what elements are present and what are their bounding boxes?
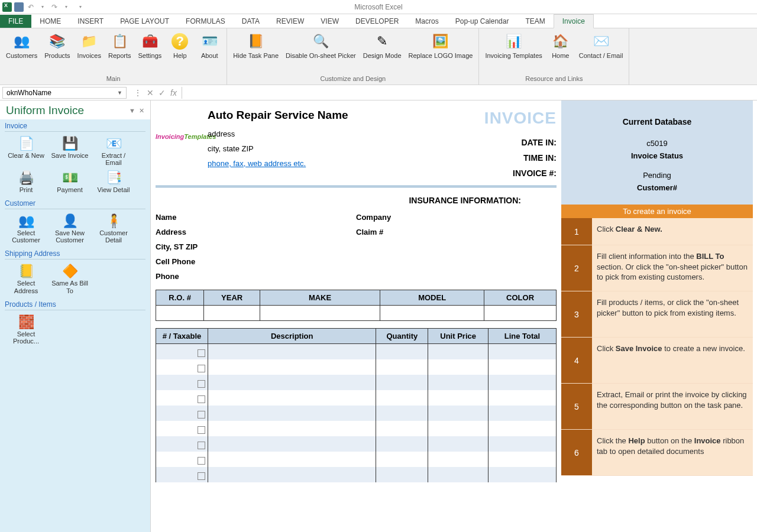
checkbox[interactable]: [198, 472, 205, 480]
save-new-customer-button[interactable]: 👤Save New Customer: [48, 212, 91, 245]
help-button[interactable]: ?Help: [166, 31, 193, 72]
table-row[interactable]: [156, 390, 557, 406]
formula-input[interactable]: [182, 87, 757, 99]
task-pane: Uniform Invoice ▼ ✕ Invoice 📄Clear & New…: [0, 100, 151, 532]
enter-icon[interactable]: ✓: [158, 88, 166, 98]
select-product-button[interactable]: 🧱Select Produc...: [5, 313, 47, 346]
db-code: c5019: [567, 137, 747, 150]
tab-popup-calendar[interactable]: Pop-up Calendar: [447, 15, 517, 28]
checkbox[interactable]: [198, 457, 205, 465]
logo-image: InvoicingTemplates: [156, 122, 203, 151]
fx-icon[interactable]: fx: [170, 88, 177, 98]
step-text: Extract, Email or print the invoice by c…: [592, 384, 753, 429]
taskpane-header: Uniform Invoice ▼ ✕: [0, 100, 150, 119]
table-row[interactable]: [156, 306, 557, 321]
checkbox[interactable]: [198, 442, 205, 449]
disable-picker-button[interactable]: 🔍Disable On-sheet Picker: [283, 31, 358, 72]
checkbox[interactable]: [198, 380, 205, 388]
chevron-down-icon[interactable]: ▼: [117, 90, 122, 96]
table-row[interactable]: [156, 467, 557, 482]
close-icon[interactable]: ✕: [139, 107, 144, 115]
company-name[interactable]: Auto Repair Service Name: [208, 109, 348, 122]
redo-dropdown-icon[interactable]: ▾: [62, 2, 71, 12]
table-row[interactable]: [156, 452, 557, 467]
tab-formulas[interactable]: FORMULAS: [177, 15, 234, 28]
home-icon: 🏠: [551, 32, 570, 51]
table-row[interactable]: [156, 344, 557, 359]
table-row[interactable]: [156, 375, 557, 390]
select-address-button[interactable]: 📒Select Address: [5, 262, 47, 295]
ribbon-group-resource: 📊Invoicing Templates 🏠Home ✉️Contact / E…: [479, 28, 629, 85]
checkbox[interactable]: [198, 395, 205, 403]
invoices-button[interactable]: 📁Invoices: [75, 31, 103, 72]
undo-icon[interactable]: ↶: [26, 2, 35, 12]
taskpane-menu-icon[interactable]: ▼: [129, 107, 135, 115]
about-button[interactable]: 🪪About: [196, 31, 223, 72]
qat-customize-icon[interactable]: ▾: [76, 2, 85, 12]
replace-logo-button[interactable]: 🖼️Replace LOGO Image: [406, 31, 475, 72]
payment-button[interactable]: 💵Payment: [48, 168, 91, 194]
tab-invoice[interactable]: Invoice: [554, 14, 594, 28]
cust-claim-label: Claim #: [356, 225, 557, 239]
select-customer-button[interactable]: 👥Select Customer: [5, 212, 47, 245]
reports-button[interactable]: 📋Reports: [106, 31, 134, 72]
undo-dropdown-icon[interactable]: ▾: [38, 2, 47, 12]
company-contact-link[interactable]: phone, fax, web address etc.: [208, 156, 348, 171]
print-icon: 🖨️: [17, 170, 35, 186]
checkbox[interactable]: [198, 349, 205, 357]
th-ro: R.O. #: [156, 290, 204, 306]
view-detail-button[interactable]: 📑View Detail: [92, 168, 135, 194]
print-button[interactable]: 🖨️Print: [5, 168, 47, 194]
checkbox[interactable]: [198, 426, 205, 434]
company-citystate[interactable]: city, state ZIP: [208, 141, 348, 156]
tab-developer[interactable]: DEVELOPER: [347, 15, 407, 28]
invoice-meta: DATE IN: TIME IN: INVOICE #:: [484, 135, 557, 181]
select-address-icon: 📒: [17, 263, 35, 280]
table-row[interactable]: [156, 406, 557, 421]
cancel-icon[interactable]: ✕: [147, 88, 154, 98]
name-box[interactable]: oknWhoName ▼: [2, 87, 127, 99]
tab-macros[interactable]: Macros: [407, 15, 447, 28]
tab-home[interactable]: HOME: [31, 15, 69, 28]
list-item: 5Extract, Email or print the invoice by …: [561, 384, 753, 430]
company-address[interactable]: address: [208, 126, 348, 141]
tab-team[interactable]: TEAM: [517, 15, 553, 28]
same-as-billto-icon: 🔶: [60, 263, 79, 280]
hide-taskpane-button[interactable]: 📙Hide Task Pane: [231, 31, 281, 72]
tab-page-layout[interactable]: PAGE LAYOUT: [112, 15, 177, 28]
items-table[interactable]: # / Taxable Description Quantity Unit Pr…: [156, 328, 557, 482]
ribbon-group-main-label: Main: [0, 74, 227, 85]
table-row[interactable]: [156, 421, 557, 436]
spreadsheet[interactable]: InvoicingTemplates Auto Repair Service N…: [151, 100, 757, 532]
table-row[interactable]: [156, 359, 557, 375]
settings-button[interactable]: 🧰Settings: [136, 31, 164, 72]
vehicle-table[interactable]: R.O. # YEAR MAKE MODEL COLOR: [156, 290, 557, 321]
checkbox[interactable]: [198, 365, 205, 372]
formula-dots-icon[interactable]: ⋮: [134, 88, 142, 98]
tab-insert[interactable]: INSERT: [69, 15, 112, 28]
same-as-billto-button[interactable]: 🔶Same As Bill To: [48, 262, 91, 295]
invoicing-templates-button[interactable]: 📊Invoicing Templates: [483, 31, 544, 72]
tab-review[interactable]: REVIEW: [268, 15, 312, 28]
products-button[interactable]: 📚Products: [42, 31, 72, 72]
customer-detail-button[interactable]: 🧍Customer Detail: [92, 212, 135, 245]
design-mode-button[interactable]: ✎Design Mode: [361, 31, 404, 72]
contact-button[interactable]: ✉️Contact / Email: [577, 31, 626, 72]
step-text: Click Clear & New.: [592, 218, 753, 245]
home-button[interactable]: 🏠Home: [547, 31, 574, 72]
customers-button[interactable]: 👥Customers: [4, 31, 40, 72]
tab-data[interactable]: DATA: [234, 15, 268, 28]
checkbox[interactable]: [198, 411, 205, 419]
section-shipping-title: Shipping Address: [5, 249, 145, 259]
list-item: 3Fill products / items, or click the "on…: [561, 291, 753, 338]
steps-header: To create an invoice: [561, 205, 753, 218]
clear-new-button[interactable]: 📄Clear & New: [5, 134, 47, 167]
title-bar: ↶ ▾ ↷ ▾ ▾ Microsoft Excel: [0, 0, 757, 14]
save-invoice-button[interactable]: 💾Save Invoice: [48, 134, 91, 167]
table-row[interactable]: [156, 436, 557, 452]
save-icon[interactable]: [14, 2, 24, 12]
tab-view[interactable]: VIEW: [312, 15, 347, 28]
extract-email-button[interactable]: 📧Extract / Email: [92, 134, 135, 167]
redo-icon[interactable]: ↷: [50, 2, 59, 12]
tab-file[interactable]: FILE: [0, 15, 31, 28]
